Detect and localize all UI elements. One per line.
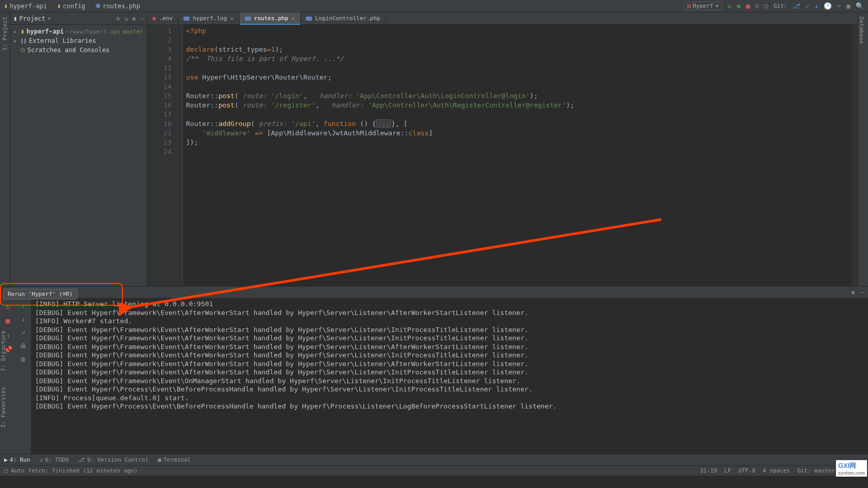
- breadcrumb-file[interactable]: routes.php: [103, 3, 140, 10]
- line-separator[interactable]: LF: [724, 467, 731, 474]
- trash-icon[interactable]: 🗑: [20, 356, 26, 363]
- console-output[interactable]: [INFO] HTTP Server listening at 0.0.0.0:…: [31, 298, 868, 454]
- expand-icon[interactable]: ▸: [13, 37, 19, 44]
- console-line: [INFO] HTTP Server listening at 0.0.0.0:…: [35, 300, 864, 309]
- chevron-down-icon[interactable]: ▾: [48, 15, 51, 22]
- project-icon: ▮: [13, 15, 17, 22]
- tree-scratches[interactable]: ⧉ Scratches and Consoles: [10, 45, 147, 55]
- tab-run[interactable]: ▶4: Run: [4, 456, 30, 463]
- profiler-icon[interactable]: ⎋: [755, 2, 760, 10]
- close-icon[interactable]: ×: [230, 15, 234, 22]
- tab-label: Terminal: [163, 456, 191, 463]
- search-icon[interactable]: 🔍: [856, 2, 864, 10]
- tab-label: hyperf.log: [193, 15, 227, 22]
- console-line: [DEBUG] Event Hyperf\Framework\Event\Aft…: [35, 309, 864, 318]
- top-navigation-bar: ▮ hyperf-api 〉 ▮ config 〉 ⬢ routes.php ▧…: [0, 0, 868, 12]
- stop-icon[interactable]: ◻: [764, 2, 768, 10]
- git-revert-icon[interactable]: ↶: [837, 2, 841, 10]
- breadcrumb-separator: 〉: [49, 2, 55, 10]
- tab-todo[interactable]: ☑6: TODO: [39, 456, 69, 463]
- breadcrumb-folder[interactable]: config: [63, 3, 85, 10]
- terminal-icon: ▣: [158, 456, 162, 463]
- tree-external-libs[interactable]: ▸ ⫿⫿ External Libraries: [10, 36, 147, 45]
- todo-icon: ☑: [39, 456, 43, 463]
- tooltip-rerun: Rerun 'Hyperf' (⌘R): [3, 289, 78, 300]
- git-branch[interactable]: Git: master: [797, 467, 835, 474]
- watermark: GXI网 system.com: [836, 460, 867, 477]
- tab-logincontroller[interactable]: LoginController.php: [301, 12, 386, 24]
- run-configuration-selector[interactable]: ▧ Hyperf ▾: [684, 2, 722, 10]
- sidebar-tab-project[interactable]: 1: Project: [2, 17, 8, 51]
- file-icon: ●: [152, 15, 156, 22]
- close-icon[interactable]: ×: [291, 15, 295, 22]
- expand-icon[interactable]: ▸: [13, 28, 19, 35]
- gear-icon[interactable]: ✱: [132, 15, 136, 22]
- status-text: Auto fetch: finished (12 minutes ago): [11, 467, 137, 474]
- scratch-icon: ⧉: [21, 46, 25, 54]
- wrap-icon[interactable]: ⤶: [21, 329, 26, 336]
- print-icon[interactable]: 🖶: [20, 342, 26, 350]
- tab-label: LoginController.php: [315, 15, 380, 22]
- coverage-icon[interactable]: ■: [746, 2, 750, 10]
- tree-root[interactable]: ▸ ▮ hyperf-api ~/www/hyperf-api master: [10, 27, 147, 36]
- sidebar-tab-database[interactable]: Database: [858, 17, 865, 44]
- library-icon: ⫿⫿: [21, 37, 27, 44]
- git-branch-icon[interactable]: ⎇: [793, 2, 800, 10]
- console-line: [DEBUG] Event Hyperf\Framework\Event\Aft…: [35, 360, 864, 369]
- down-icon[interactable]: ↓: [21, 316, 25, 323]
- editor-tabs: ● .env hyperf.log × routes.php × LoginCo…: [147, 12, 858, 25]
- git-history-icon[interactable]: 🕐: [824, 2, 832, 10]
- php-file-icon: ⬢: [96, 3, 101, 9]
- tab-env[interactable]: ● .env: [147, 12, 178, 24]
- git-push-icon[interactable]: ↓: [815, 2, 819, 10]
- tab-terminal[interactable]: ▣Terminal: [158, 456, 191, 463]
- encoding[interactable]: UTF-8: [738, 467, 755, 474]
- collapse-icon[interactable]: ⇲: [124, 15, 128, 22]
- tree-root-branch: master: [122, 28, 143, 35]
- tree-root-name: hyperf-api: [26, 28, 64, 35]
- console-line: [INFO] Worker#7 started.: [35, 317, 864, 326]
- toolbar-right: ▧ Hyperf ▾ ↻ ✱ ■ ⎋ ◻ Git: ⎇ ✓ ↓ 🕐 ↶ ▣ 🔍: [684, 2, 864, 10]
- editor-body[interactable]: 1 2 3 4 12 13 14 15 16 17 18 22 23 24 <?…: [147, 25, 858, 286]
- run-icon: ▶: [4, 456, 8, 463]
- tab-version-control[interactable]: ⎇9: Version Control: [78, 456, 148, 463]
- error-stripe: [851, 25, 858, 286]
- sidebar-tab-structure[interactable]: 7: Structure: [0, 330, 7, 371]
- hide-icon[interactable]: −: [140, 15, 144, 22]
- tab-routes[interactable]: routes.php ×: [240, 12, 301, 24]
- run-header: ✱ −: [0, 287, 868, 298]
- folder-icon: ▮: [21, 28, 24, 35]
- php-file-icon: [183, 17, 190, 21]
- editor-area: ● .env hyperf.log × routes.php × LoginCo…: [147, 12, 858, 286]
- status-bar: ▢ Auto fetch: finished (12 minutes ago) …: [0, 465, 868, 476]
- gear-icon[interactable]: ✱: [851, 289, 855, 296]
- toggle-presentation-icon[interactable]: ▣: [846, 2, 850, 10]
- folder-icon: ▮: [4, 3, 8, 9]
- console-line: [DEBUG] Event Hyperf\Framework\Event\Aft…: [35, 334, 864, 343]
- run-icon[interactable]: ↻: [727, 2, 732, 10]
- stop-icon[interactable]: ■: [6, 317, 10, 325]
- console-line: [DEBUG] Event Hyperf\Framework\Event\Aft…: [35, 351, 864, 360]
- breadcrumb: ▮ hyperf-api 〉 ▮ config 〉 ⬢ routes.php: [4, 2, 140, 10]
- indent[interactable]: 4 spaces: [763, 467, 790, 474]
- sidebar-tab-favorites[interactable]: 2: Favorites: [0, 387, 7, 428]
- line-number-gutter: 1 2 3 4 12 13 14 15 16 17 18 22 23 24: [147, 25, 176, 286]
- up-icon[interactable]: ↑: [21, 302, 25, 309]
- tab-hyperf-log[interactable]: hyperf.log ×: [178, 12, 239, 24]
- hide-icon[interactable]: −: [860, 289, 864, 296]
- cursor-position[interactable]: 31:19: [700, 467, 717, 474]
- right-tool-strip: Database: [858, 12, 868, 286]
- debug-icon[interactable]: ✱: [737, 2, 741, 10]
- code-editor[interactable]: <?php declare(strict_types=1); /** This …: [183, 25, 851, 286]
- breadcrumb-project[interactable]: hyperf-api: [10, 3, 47, 10]
- target-icon[interactable]: ⊕: [116, 15, 120, 22]
- bottom-tool-tabs: ▶4: Run ☑6: TODO ⎇9: Version Control ▣Te…: [0, 454, 868, 465]
- breadcrumb-separator: 〉: [87, 2, 94, 10]
- php-file-icon: [306, 17, 312, 21]
- fold-gutter: [176, 25, 183, 286]
- run-left-toolbar-2: ↑ ↓ ⤶ 🖶 🗑: [16, 298, 31, 454]
- git-commit-icon[interactable]: ✓: [805, 2, 810, 10]
- tab-label: .env: [159, 15, 173, 22]
- rerun-icon[interactable]: ↻: [6, 302, 10, 310]
- watermark-sub: system.com: [838, 470, 865, 476]
